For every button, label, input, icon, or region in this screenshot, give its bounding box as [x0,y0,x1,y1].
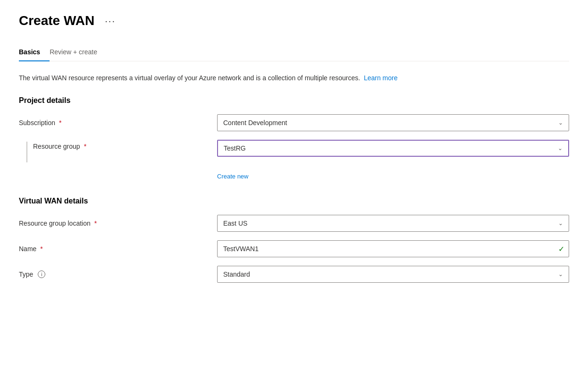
name-control: ✓ [217,240,569,257]
page-title: Create WAN [19,13,94,28]
type-value: Standard [223,271,250,278]
type-row: Type i Standard ⌄ [19,266,569,283]
resource-group-chevron-icon: ⌄ [558,145,563,152]
location-label-col: Resource group location * [19,220,217,227]
page-header: Create WAN ··· [19,13,569,28]
subscription-required: * [59,119,61,127]
subscription-chevron-icon: ⌄ [558,119,563,126]
type-label-col: Type i [19,271,217,278]
name-valid-checkmark-icon: ✓ [558,245,564,254]
name-input-wrapper: ✓ [217,240,569,257]
type-chevron-icon: ⌄ [558,271,563,278]
resource-group-label-col: Resource group * [19,140,217,162]
type-label: Type [19,271,33,278]
location-required: * [94,220,97,227]
learn-more-link[interactable]: Learn more [364,74,398,82]
ellipsis-button[interactable]: ··· [101,14,119,28]
indent-line [26,142,27,162]
tabs-container: Basics Review + create [19,43,569,61]
location-label: Resource group location [19,220,91,227]
resource-group-value: TestRG [224,144,246,152]
subscription-label: Subscription [19,119,55,127]
page-container: Create WAN ··· Basics Review + create Th… [0,0,588,319]
name-row: Name * ✓ [19,240,569,257]
subscription-dropdown[interactable]: Content Development ⌄ [217,114,569,131]
resource-group-block: Resource group * TestRG ⌄ Create new [19,140,569,180]
location-dropdown[interactable]: East US ⌄ [217,215,569,232]
name-input[interactable] [217,240,569,257]
subscription-value: Content Development [223,119,287,127]
subscription-control: Content Development ⌄ [217,114,569,131]
subscription-label-col: Subscription * [19,119,217,127]
resource-group-location-row: Resource group location * East US ⌄ [19,215,569,232]
resource-group-row: Resource group * TestRG ⌄ [19,140,569,162]
name-label-col: Name * [19,245,217,253]
tab-basics[interactable]: Basics [19,43,50,61]
name-label: Name [19,245,36,253]
virtual-wan-details-section: Virtual WAN details Resource group locat… [19,197,569,283]
type-dropdown[interactable]: Standard ⌄ [217,266,569,283]
name-required: * [40,245,42,253]
tab-review-create[interactable]: Review + create [50,43,107,61]
type-info-icon[interactable]: i [38,271,45,278]
project-details-section: Project details Subscription * Content D… [19,96,569,180]
description-text: The virtual WAN resource represents a vi… [19,73,562,83]
project-details-header: Project details [19,96,569,105]
subscription-row: Subscription * Content Development ⌄ [19,114,569,131]
resource-group-label: Resource group [33,143,80,150]
location-control: East US ⌄ [217,215,569,232]
type-control: Standard ⌄ [217,266,569,283]
location-chevron-icon: ⌄ [558,220,563,227]
resource-group-required: * [84,143,86,150]
location-value: East US [223,220,247,227]
resource-group-control: TestRG ⌄ [217,140,569,157]
create-new-link[interactable]: Create new [217,173,248,180]
virtual-wan-details-header: Virtual WAN details [19,197,569,205]
resource-group-dropdown[interactable]: TestRG ⌄ [217,140,569,157]
